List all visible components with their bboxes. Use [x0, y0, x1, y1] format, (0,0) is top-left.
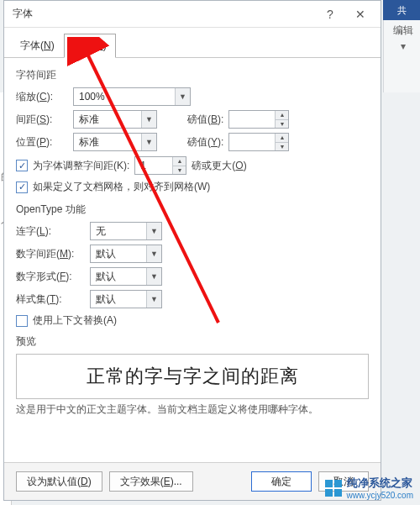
- chevron-down-icon: ▼: [146, 291, 161, 308]
- stylistic-label: 样式集(T):: [16, 292, 85, 307]
- spacing-row: 间距(S): 标准 ▼ 磅值(B): ▲▼: [16, 110, 369, 129]
- char-spacing-section-title: 字符间距: [16, 68, 369, 82]
- watermark-url: www.ycjy520.com: [347, 491, 413, 500]
- position-combo[interactable]: 标准 ▼: [73, 133, 157, 151]
- font-dialog: 字体 ? ✕ 字体(N) 高级(V) 字符间距 缩放(C): 100% ▼ 间距…: [3, 0, 381, 501]
- position-pt-input[interactable]: ▲▼: [228, 133, 289, 151]
- opentype-section-title: OpenType 功能: [16, 203, 369, 217]
- spinner-icon[interactable]: ▲▼: [172, 157, 186, 174]
- chevron-down-icon: ▼: [146, 223, 161, 239]
- dialog-tabs: 字体(N) 高级(V): [4, 28, 381, 58]
- position-row: 位置(P): 标准 ▼ 磅值(Y): ▲▼: [16, 133, 369, 151]
- dialog-title: 字体: [13, 7, 315, 21]
- ok-button[interactable]: 确定: [251, 471, 312, 492]
- preview-section-title: 预览: [16, 334, 369, 349]
- tab-advanced[interactable]: 高级(V): [64, 34, 116, 58]
- chevron-down-icon: ▼: [141, 134, 156, 150]
- kerning-label: 为字体调整字间距(K):: [33, 159, 129, 173]
- share-button[interactable]: 共: [383, 0, 420, 20]
- chevron-down-icon: ▾: [393, 40, 413, 52]
- kerning-value-input[interactable]: 1 ▲▼: [134, 156, 186, 175]
- chevron-down-icon: ▼: [146, 245, 161, 262]
- watermark: 纯净系统之家 www.ycjy520.com: [325, 476, 413, 500]
- scale-combo[interactable]: 100% ▼: [73, 87, 191, 106]
- spacing-label: 间距(S):: [16, 113, 68, 127]
- ligature-label: 连字(L):: [16, 224, 85, 239]
- num-spacing-combo[interactable]: 默认 ▼: [90, 245, 162, 263]
- watermark-logo-icon: [325, 480, 342, 497]
- contextual-label: 使用上下文替换(A): [33, 313, 117, 328]
- grid-label: 如果定义了文档网格，则对齐到网格(W): [33, 180, 210, 194]
- chevron-down-icon: ▼: [141, 111, 156, 128]
- tab-font[interactable]: 字体(N): [11, 34, 64, 58]
- stylistic-row: 样式集(T): 默认 ▼: [16, 290, 369, 308]
- spinner-icon[interactable]: ▲▼: [275, 134, 288, 150]
- ligature-combo[interactable]: 无 ▼: [90, 222, 162, 240]
- stylistic-combo[interactable]: 默认 ▼: [90, 290, 162, 308]
- chevron-down-icon: ▼: [146, 268, 161, 285]
- preview-description: 这是用于中文的正文主题字体。当前文档主题定义将使用哪种字体。: [16, 402, 369, 417]
- word-ribbon-background: 共 编辑 ▾: [383, 0, 420, 92]
- dialog-content: 字符间距 缩放(C): 100% ▼ 间距(S): 标准 ▼ 磅值(B): ▲▼…: [4, 58, 381, 462]
- position-pt-label: 磅值(Y):: [187, 135, 223, 150]
- num-form-row: 数字形式(F): 默认 ▼: [16, 267, 369, 286]
- scale-label: 缩放(C):: [16, 90, 68, 104]
- num-spacing-row: 数字间距(M): 默认 ▼: [16, 245, 369, 263]
- chevron-down-icon: ▼: [175, 88, 190, 105]
- spacing-pt-label: 磅值(B):: [187, 113, 223, 127]
- position-label: 位置(P):: [16, 135, 68, 150]
- contextual-row: ✓ 使用上下文替换(A): [16, 313, 369, 328]
- close-button[interactable]: ✕: [345, 3, 375, 26]
- kerning-row: ✓ 为字体调整字间距(K): 1 ▲▼ 磅或更大(O): [16, 156, 369, 175]
- num-spacing-label: 数字间距(M):: [16, 247, 85, 261]
- grid-row: ✓ 如果定义了文档网格，则对齐到网格(W): [16, 180, 369, 194]
- spacing-pt-input[interactable]: ▲▼: [228, 110, 289, 129]
- spacing-combo[interactable]: 标准 ▼: [73, 110, 157, 129]
- kerning-unit-label: 磅或更大(O): [192, 159, 246, 173]
- preview-box: 正常的字与字之间的距离: [16, 354, 369, 399]
- spinner-icon[interactable]: ▲▼: [275, 111, 288, 128]
- num-form-combo[interactable]: 默认 ▼: [90, 267, 162, 286]
- grid-checkbox[interactable]: ✓: [16, 181, 28, 193]
- set-default-button[interactable]: 设为默认值(D): [16, 471, 102, 492]
- contextual-checkbox[interactable]: ✓: [16, 315, 28, 327]
- ligature-row: 连字(L): 无 ▼: [16, 222, 369, 240]
- text-effects-button[interactable]: 文字效果(E)...: [109, 471, 193, 492]
- watermark-text: 纯净系统之家: [347, 476, 413, 491]
- dialog-titlebar: 字体 ? ✕: [4, 1, 381, 28]
- num-form-label: 数字形式(F):: [16, 270, 85, 284]
- kerning-checkbox[interactable]: ✓: [16, 160, 28, 171]
- scale-row: 缩放(C): 100% ▼: [16, 87, 369, 106]
- edit-group-label: 编辑: [386, 24, 420, 38]
- help-button[interactable]: ?: [315, 3, 345, 26]
